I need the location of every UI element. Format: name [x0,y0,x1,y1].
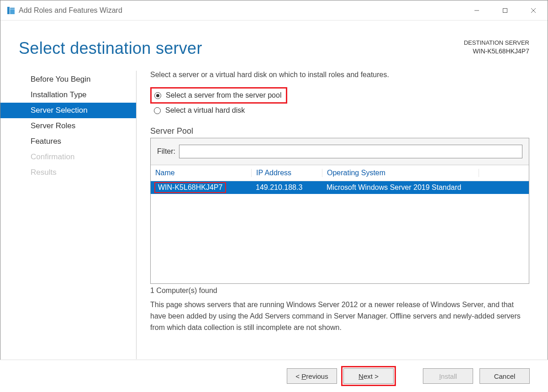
btn-label: nstall [441,372,457,380]
svg-rect-2 [10,8,15,9]
destination-server-box: DESTINATION SERVER WIN-K5L68HKJ4P7 [464,39,529,56]
wizard-sidebar: Before You Begin Installation Type Serve… [0,71,137,359]
table-body: WIN-K5L68HKJ4P7 149.210.188.3 Microsoft … [151,181,529,283]
col-ip[interactable]: IP Address [251,169,322,177]
nav-server-roles[interactable]: Server Roles [0,118,136,134]
nav-features[interactable]: Features [0,134,136,149]
next-button[interactable]: Next > [343,368,394,384]
filter-label: Filter: [157,147,175,156]
filter-input[interactable] [179,145,522,158]
col-extra [479,169,529,177]
svg-rect-1 [10,9,15,14]
destination-label: DESTINATION SERVER [464,39,529,47]
nav-installation-type[interactable]: Installation Type [0,87,136,103]
cell-name: WIN-K5L68HKJ4P7 [151,182,251,193]
cell-ip: 149.210.188.3 [251,183,322,192]
description-text: This page shows servers that are running… [150,299,529,333]
table-row[interactable]: WIN-K5L68HKJ4P7 149.210.188.3 Microsoft … [151,181,529,194]
radio-server-pool[interactable]: Select a server from the server pool [154,89,281,101]
install-button: Install [423,368,473,384]
table-header: Name IP Address Operating System [151,165,529,181]
radio-highlight-box: Select a server from the server pool [150,87,287,104]
instruction-text: Select a server or a virtual hard disk o… [150,71,529,79]
minimize-button[interactable] [463,0,491,21]
nav-before-you-begin[interactable]: Before You Begin [0,72,136,87]
radio-icon [154,92,161,99]
col-os[interactable]: Operating System [322,169,479,177]
header: Select destination server DESTINATION SE… [0,21,548,58]
col-name[interactable]: Name [151,169,251,177]
cell-os: Microsoft Windows Server 2019 Standard [322,183,529,192]
window-controls [463,0,548,21]
close-button[interactable] [519,0,548,21]
previous-button[interactable]: < Previous [287,368,337,384]
destination-value: WIN-K5L68HKJ4P7 [464,47,529,56]
computer-count: 1 Computer(s) found [150,287,529,295]
radio-label: Select a virtual hard disk [165,106,245,115]
name-highlight: WIN-K5L68HKJ4P7 [154,182,226,193]
server-pool-label: Server Pool [150,126,529,136]
nav-results: Results [0,165,136,180]
cancel-button[interactable]: Cancel [480,368,530,384]
btn-label: revious [306,372,328,380]
radio-virtual-disk[interactable]: Select a virtual hard disk [150,105,529,116]
radio-label: Select a server from the server pool [166,91,281,99]
radio-icon [154,107,161,114]
filter-bar: Filter: [151,138,529,165]
svg-rect-4 [503,8,507,12]
nav-confirmation: Confirmation [0,149,136,165]
maximize-button[interactable] [491,0,519,21]
nav-server-selection[interactable]: Server Selection [0,103,136,118]
btn-label: ext > [364,372,379,380]
server-pool-box: Filter: Name IP Address Operating System… [150,138,529,284]
main-content: Select a server or a virtual hard disk o… [137,71,529,359]
page-title: Select destination server [19,39,202,58]
app-icon [7,6,15,15]
footer: < Previous Next > Install Cancel [0,360,548,392]
titlebar: Add Roles and Features Wizard [0,0,548,21]
window-title: Add Roles and Features Wizard [19,6,463,15]
svg-rect-0 [7,7,10,14]
